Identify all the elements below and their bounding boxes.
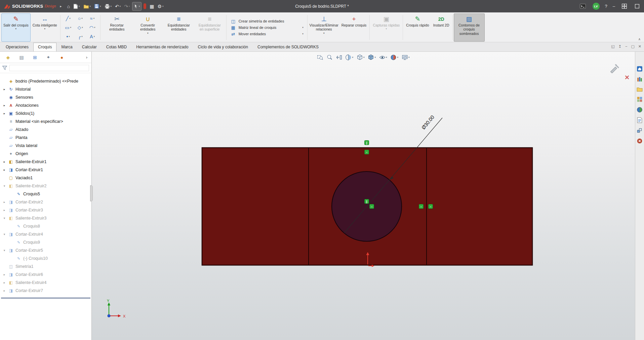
expand-icon[interactable] <box>2 233 6 236</box>
undo-button[interactable]: ↶▾ <box>114 2 122 11</box>
tree-item[interactable]: ≡Material <sin especificar> <box>0 117 91 126</box>
relation-badge[interactable]: ∥ <box>365 199 369 204</box>
new-document-button[interactable]: ▾ <box>72 2 81 11</box>
point-tool[interactable]: •▾ <box>62 32 74 41</box>
redo-button[interactable]: ↷▾ <box>123 2 131 11</box>
dimxpert-tab[interactable]: ⌖ <box>42 54 55 60</box>
tree-item[interactable]: ▱Vista lateral <box>0 142 91 150</box>
solidworks-add-ins-icon[interactable] <box>637 128 643 134</box>
confirmation-corner-exit-sketch[interactable] <box>609 63 620 75</box>
open-button[interactable]: ▾ <box>82 2 92 11</box>
display-relations-button[interactable]: ⊥ Visualizar/Eliminar relaciones ▾ <box>309 13 339 42</box>
tree-filter-input[interactable] <box>9 65 89 71</box>
tree-item[interactable]: ⌖Origen <box>0 150 91 158</box>
file-explorer-icon[interactable] <box>637 87 643 92</box>
expand-icon[interactable] <box>2 208 6 212</box>
layout-button[interactable] <box>620 2 628 11</box>
expand-icon[interactable] <box>2 289 6 292</box>
view-palette-icon[interactable] <box>637 96 643 102</box>
tree-item[interactable]: ◫Simetría1 <box>0 262 91 271</box>
panel-splitter-handle[interactable] <box>90 185 93 201</box>
tree-item[interactable]: ✎Croquis9 <box>0 238 91 246</box>
instant-2d-button[interactable]: 2D Instant 2D <box>431 13 451 42</box>
configurationmanager-tab[interactable]: ⊞ <box>28 55 42 60</box>
rapid-sketch-button[interactable]: ✎ Croquis rápido <box>404 13 431 42</box>
ribbon-collapse-button[interactable]: ∧ <box>638 37 641 41</box>
apply-scene-button[interactable]: ▾ <box>401 54 410 61</box>
expand-icon[interactable] <box>2 160 6 163</box>
solidworks-resources-icon[interactable] <box>637 66 643 72</box>
expand-icon[interactable] <box>2 200 6 204</box>
zoom-fit-button[interactable] <box>317 54 323 61</box>
display-style-button[interactable]: ▾ <box>367 54 376 61</box>
tree-item[interactable]: ◈bodrio (Predeterminado) <<Prede <box>0 77 91 85</box>
relation-badge[interactable]: ▫ <box>365 150 369 154</box>
offset-entities-button[interactable]: ≡ Equidistanciar entidades <box>163 13 194 42</box>
expand-icon[interactable] <box>2 216 6 220</box>
convert-entities-button[interactable]: ∪ Convertir entidades ▾ <box>132 13 163 42</box>
linear-pattern-item[interactable]: ▦ Matriz lineal de croquis ▾ <box>230 25 304 30</box>
part-body[interactable] <box>202 148 532 265</box>
propertymanager-tab[interactable]: ▤ <box>15 55 28 60</box>
mirror-entities-item[interactable]: ◫ Crear simetría de entidades <box>230 19 304 24</box>
help-button[interactable]: ? <box>605 4 607 9</box>
command-console-button[interactable] <box>578 2 587 11</box>
expand-icon[interactable] <box>2 184 6 188</box>
close-doc-icon[interactable]: ✕ <box>638 44 641 49</box>
minimize-doc-icon[interactable]: − <box>625 44 627 49</box>
confirmation-corner-cancel[interactable]: ✕ <box>625 74 630 81</box>
polygon-tool[interactable]: ◇▾ <box>74 23 86 32</box>
line-tool[interactable]: ╱▾ <box>62 14 74 23</box>
tree-item[interactable]: AAnotaciones <box>0 101 91 109</box>
hide-show-items-button[interactable]: ▾ <box>379 54 388 61</box>
tree-item[interactable]: ◧Saliente-Extruir3 <box>0 214 91 222</box>
minimize-button[interactable]: – <box>613 4 615 9</box>
expand-icon[interactable] <box>2 273 6 276</box>
xpress-products-icon[interactable] <box>637 138 643 144</box>
zoom-area-button[interactable] <box>326 54 333 61</box>
text-tool[interactable]: A▾ <box>86 32 98 41</box>
view-orientation-button[interactable]: ▾ <box>356 54 365 61</box>
featuremanager-tab[interactable]: ◈ <box>1 55 15 60</box>
design-library-icon[interactable] <box>637 76 643 82</box>
tab-cotas-mbd[interactable]: Cotas MBD <box>102 43 131 51</box>
rollback-bar[interactable] <box>1 298 90 298</box>
appearances-icon[interactable] <box>637 107 643 113</box>
expand-icon[interactable] <box>2 104 6 107</box>
print-button[interactable]: ▾ <box>103 2 113 11</box>
expand-icon[interactable] <box>2 249 6 252</box>
expand-icon[interactable] <box>2 168 6 172</box>
restore-doc-icon[interactable]: ▢ <box>631 44 634 49</box>
tree-item[interactable]: ✎(-) Croquis10 <box>0 254 91 262</box>
maximize-button[interactable] <box>634 2 641 11</box>
tree-item[interactable]: ◉Sensores <box>0 93 91 101</box>
relation-badge[interactable]: ▫ <box>429 204 433 209</box>
home-button[interactable]: ⌂ <box>66 2 71 11</box>
tree-item[interactable]: ▢Vaciado1 <box>0 174 91 182</box>
section-view-button[interactable]: ▾ <box>345 54 354 61</box>
grid-tool-button[interactable]: ▦ <box>148 2 155 11</box>
move-entities-item[interactable]: ⇄ Mover entidades ▾ <box>230 32 304 37</box>
tab-croquis[interactable]: Croquis <box>33 43 56 51</box>
dimension-value[interactable]: Ø30.00 <box>420 114 435 131</box>
tree-item[interactable]: ✎Croquis8 <box>0 222 91 230</box>
exit-sketch-button[interactable]: ✎ Salir del croquis ▾ <box>1 13 31 42</box>
relation-badge[interactable]: ∥ <box>365 141 369 145</box>
tab-calcular[interactable]: Calcular <box>77 43 102 51</box>
tree-item[interactable]: ◨Cortar-Extruir6 <box>0 271 91 279</box>
tab-marca[interactable]: Marca <box>56 43 77 51</box>
shaded-contours-button[interactable]: ▨ Contornos de croquis sombreados <box>454 13 485 42</box>
tree-item[interactable]: ▣Sólidos(1) <box>0 109 91 117</box>
tree-item[interactable]: ◧Saliente-Extruir2 <box>0 182 91 190</box>
relation-badge[interactable]: − <box>370 204 374 209</box>
stylus-button[interactable] <box>142 2 148 11</box>
circle-tool[interactable]: ○▾ <box>74 14 86 23</box>
settings-button[interactable]: ⚙▾ <box>156 2 165 11</box>
tree-item[interactable]: ◨Cortar-Extruir7 <box>0 287 91 295</box>
expand-icon[interactable] <box>2 281 6 284</box>
float-panel-icon[interactable]: ↥ <box>618 44 621 49</box>
brand-flyout-icon[interactable]: ▸ <box>60 4 62 8</box>
displaymanager-tab[interactable]: ● <box>55 55 69 60</box>
tree-item[interactable]: ◨Cortar-Extruir2 <box>0 198 91 206</box>
edit-appearance-button[interactable]: ▾ <box>390 54 399 61</box>
